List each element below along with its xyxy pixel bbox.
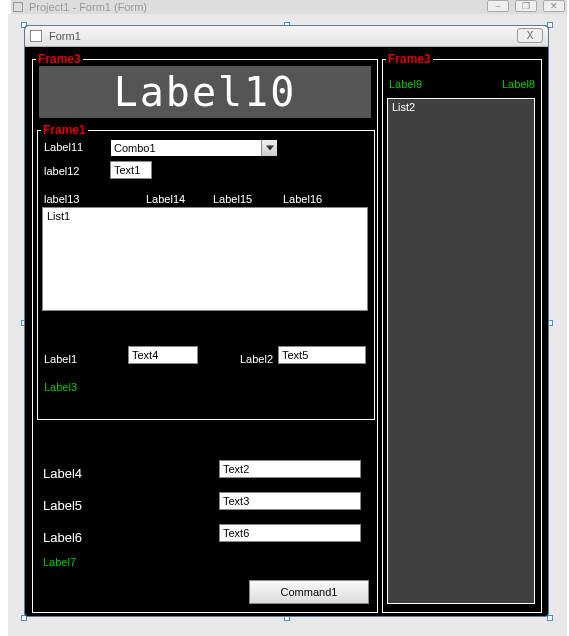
text1[interactable]: Text1 (110, 161, 152, 179)
text6[interactable]: Text6 (219, 524, 361, 542)
restore-button[interactable]: ❐ (515, 0, 537, 12)
label5: Label5 (43, 498, 82, 513)
close-button[interactable]: X (517, 28, 543, 43)
text3[interactable]: Text3 (219, 492, 361, 510)
command1-button[interactable]: Command1 (249, 580, 369, 604)
chevron-down-icon[interactable] (261, 140, 277, 156)
text4[interactable]: Text4 (128, 346, 198, 364)
combo1[interactable]: Combo1 (110, 139, 278, 157)
frame3-right[interactable]: Frame3 Label9 Label8 List2 (382, 59, 542, 613)
list2[interactable]: List2 (387, 98, 535, 604)
label15: Label15 (213, 193, 252, 205)
frame3-left[interactable]: Frame3 Label10 Frame1 Label11 Combo1 lab… (32, 59, 378, 613)
label9: Label9 (389, 78, 422, 90)
form-title: Form1 (49, 30, 81, 42)
label8: Label8 (502, 78, 535, 90)
label7: Label7 (43, 556, 76, 568)
form1-window[interactable]: Form1 X Frame3 Label10 Frame1 Label11 Co… (24, 25, 549, 617)
label2: Label2 (240, 353, 273, 365)
frame3-left-legend: Frame3 (36, 52, 83, 66)
project-icon (13, 2, 23, 12)
label1: Label1 (44, 353, 77, 365)
label14: Label14 (146, 193, 185, 205)
form-titlebar[interactable]: Form1 X (25, 26, 548, 47)
close-mdi-button[interactable]: ✕ (543, 0, 565, 12)
label3: Label3 (44, 381, 77, 393)
label4: Label4 (43, 466, 82, 481)
text5[interactable]: Text5 (278, 346, 366, 364)
frame1-legend: Frame1 (41, 123, 88, 137)
label10: Label10 (39, 66, 371, 118)
label13: label13 (44, 193, 79, 205)
label6: Label6 (43, 530, 82, 545)
mdi-title-text: Project1 - Form1 (Form) (29, 1, 147, 13)
form-body: Frame3 Label10 Frame1 Label11 Combo1 lab… (28, 50, 545, 613)
list1[interactable]: List1 (42, 207, 368, 311)
combo1-value: Combo1 (114, 142, 156, 154)
label11: Label11 (44, 141, 83, 153)
label16: Label16 (283, 193, 322, 205)
mdi-titlebar: Project1 - Form1 (Form) – ❐ ✕ (11, 0, 567, 14)
label12: label12 (44, 165, 79, 177)
form-icon (30, 30, 42, 42)
minimize-button[interactable]: – (487, 0, 509, 12)
text2[interactable]: Text2 (219, 460, 361, 478)
frame1[interactable]: Frame1 Label11 Combo1 label12 Text1 labe… (37, 130, 375, 420)
selection-handle[interactable] (547, 615, 553, 621)
frame3-right-legend: Frame3 (386, 52, 433, 66)
